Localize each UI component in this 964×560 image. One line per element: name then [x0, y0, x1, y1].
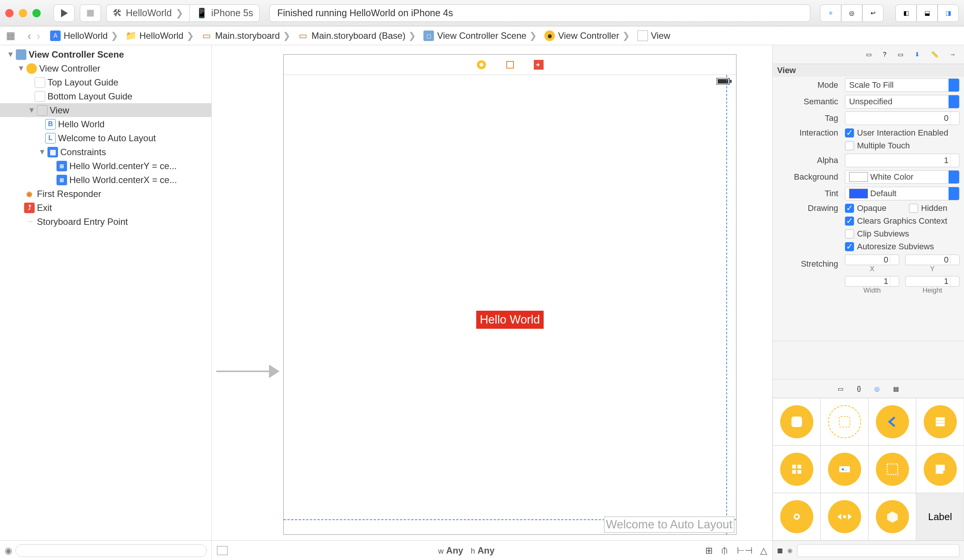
- panel-toggle-segmented[interactable]: ◧ ⬓ ◨: [896, 5, 959, 22]
- alpha-input[interactable]: 1: [845, 154, 959, 167]
- forward-button[interactable]: ›: [37, 29, 40, 42]
- grid-list-toggle[interactable]: ▦: [777, 547, 783, 554]
- mode-select[interactable]: Scale To Fill: [845, 78, 959, 92]
- autoresize-checkbox[interactable]: ✓: [845, 242, 854, 251]
- object-library-tab-icon[interactable]: ◎: [874, 385, 879, 392]
- hidden-checkbox[interactable]: [909, 204, 918, 213]
- tree-exit[interactable]: ⤴Exit: [0, 201, 211, 215]
- attributes-inspector-icon[interactable]: ⬇︎: [915, 51, 920, 58]
- tree-constraints[interactable]: ▼▦Constraints: [0, 145, 211, 159]
- welcome-label[interactable]: Welcome to Auto Layout: [605, 517, 734, 532]
- crumb-storyboard-base[interactable]: ▭Main.storyboard (Base)❯: [294, 26, 420, 45]
- object-label[interactable]: Label: [916, 493, 964, 540]
- tree-scene[interactable]: ▼ View Controller Scene: [0, 47, 211, 61]
- object-collectionview[interactable]: [773, 446, 821, 493]
- user-interaction-checkbox[interactable]: ✓: [845, 129, 854, 137]
- multiple-touch-checkbox[interactable]: [845, 141, 854, 150]
- toggle-navigator-button[interactable]: ◧: [896, 5, 917, 22]
- size-inspector-icon[interactable]: 📏: [931, 51, 938, 58]
- outline-tree[interactable]: ▼ View Controller Scene ▼ View Controlle…: [0, 45, 211, 540]
- stepper-icon[interactable]: [890, 255, 899, 265]
- object-activity-indicator[interactable]: [773, 493, 821, 540]
- disclosure-triangle-icon[interactable]: ▼: [38, 148, 45, 156]
- crumb-project[interactable]: AHelloWorld❯: [46, 26, 122, 45]
- semantic-select[interactable]: Unspecified: [845, 95, 959, 109]
- resolve-issues-button[interactable]: △: [760, 545, 767, 556]
- object-imageview[interactable]: [868, 446, 916, 493]
- crumb-scene[interactable]: ▢View Controller Scene❯: [420, 26, 541, 45]
- toggle-debug-button[interactable]: ⬓: [917, 5, 938, 22]
- inspector-tabs[interactable]: ▭ ? ▭ ⬇︎ 📏 →: [773, 45, 964, 64]
- scheme-selector[interactable]: 🛠HelloWorld❯ 📱iPhone 5s: [106, 5, 259, 22]
- file-inspector-icon[interactable]: ▭: [866, 51, 872, 58]
- toggle-outline-button[interactable]: [217, 546, 228, 555]
- object-view[interactable]: [773, 398, 821, 446]
- quick-help-icon[interactable]: ?: [883, 51, 886, 58]
- identity-inspector-icon[interactable]: ▭: [898, 51, 903, 58]
- stretch-w-input[interactable]: 1: [845, 276, 899, 287]
- minimize-window-button[interactable]: [19, 9, 27, 17]
- tree-label-welcome[interactable]: LWelcome to Auto Layout: [0, 131, 211, 145]
- size-class-control[interactable]: w Any h Any: [235, 545, 698, 556]
- object-toolbar[interactable]: ★..: [821, 446, 868, 493]
- toggle-utilities-button[interactable]: ◨: [938, 5, 959, 22]
- disclosure-triangle-icon[interactable]: ▼: [7, 50, 13, 59]
- stepper-icon[interactable]: [950, 112, 959, 125]
- cgc-checkbox[interactable]: ✓: [845, 217, 854, 226]
- tree-label-hw[interactable]: BHello World: [0, 117, 211, 131]
- scene-title-bar[interactable]: [284, 55, 736, 75]
- stepper-icon[interactable]: [950, 277, 959, 286]
- object-cube[interactable]: [868, 493, 916, 540]
- tint-select[interactable]: Default: [845, 187, 959, 200]
- connections-inspector-icon[interactable]: →: [950, 51, 956, 58]
- library-tabs[interactable]: ▭ {} ◎ ▤: [773, 379, 964, 398]
- pin-button[interactable]: ⊢⊣: [737, 545, 753, 556]
- object-library[interactable]: ★.. Label: [773, 398, 964, 540]
- stepper-icon[interactable]: [890, 277, 899, 286]
- stop-button[interactable]: [80, 5, 101, 22]
- back-button[interactable]: ‹: [28, 29, 31, 42]
- code-snippet-tab-icon[interactable]: {}: [857, 385, 861, 392]
- stack-button[interactable]: ⊞: [705, 545, 713, 556]
- version-editor-button[interactable]: ↩︎: [862, 5, 883, 22]
- tree-constraint-1[interactable]: ⊞Hello World.centerY = ce...: [0, 159, 211, 173]
- crumb-group[interactable]: 📁HelloWorld❯: [122, 26, 198, 45]
- background-select[interactable]: White Color: [845, 170, 959, 184]
- tree-bottom-guide[interactable]: Bottom Layout Guide: [0, 89, 211, 103]
- crumb-vc[interactable]: ●View Controller❯: [541, 26, 633, 45]
- scene-device-frame[interactable]: Hello World Welcome to Auto Layout: [283, 54, 736, 535]
- tree-view[interactable]: ▼ View: [0, 103, 211, 117]
- object-navigation-item[interactable]: [868, 398, 916, 446]
- filter-icon[interactable]: ◉: [5, 545, 15, 556]
- assistant-editor-button[interactable]: ◎: [841, 5, 862, 22]
- object-container-view[interactable]: [821, 398, 868, 446]
- clip-checkbox[interactable]: [845, 230, 854, 238]
- tree-top-guide[interactable]: Top Layout Guide: [0, 75, 211, 89]
- object-tableview[interactable]: [916, 398, 964, 446]
- file-template-tab-icon[interactable]: ▭: [838, 385, 843, 392]
- media-library-tab-icon[interactable]: ▤: [893, 385, 899, 392]
- outline-filter-input[interactable]: [15, 544, 207, 557]
- tree-vc[interactable]: ▼ View Controller: [0, 61, 211, 75]
- object-page-control[interactable]: [821, 493, 868, 540]
- zoom-window-button[interactable]: [33, 9, 41, 17]
- align-button[interactable]: ⫛: [720, 545, 729, 556]
- standard-editor-button[interactable]: ≡: [820, 5, 841, 22]
- related-items-icon[interactable]: ▦: [6, 30, 15, 41]
- object-scrollview[interactable]: [916, 446, 964, 493]
- disclosure-triangle-icon[interactable]: ▼: [28, 106, 35, 114]
- ib-canvas[interactable]: Hello World Welcome to Auto Layout: [212, 45, 772, 540]
- filter-icon[interactable]: ◉: [787, 547, 793, 554]
- disclosure-triangle-icon[interactable]: ▼: [17, 64, 24, 73]
- library-filter-input[interactable]: [797, 544, 959, 557]
- tree-first-responder[interactable]: ◉First Responder: [0, 187, 211, 201]
- tree-entry-point[interactable]: →Storyboard Entry Point: [0, 215, 211, 229]
- stretch-y-input[interactable]: 0: [905, 255, 959, 265]
- editor-mode-segmented[interactable]: ≡ ◎ ↩︎: [820, 5, 883, 22]
- run-button[interactable]: [54, 5, 75, 22]
- stepper-icon[interactable]: [950, 154, 959, 167]
- crumb-storyboard[interactable]: ▭Main.storyboard❯: [198, 26, 294, 45]
- hello-world-label[interactable]: Hello World: [476, 311, 544, 329]
- opaque-checkbox[interactable]: ✓: [845, 204, 854, 213]
- tag-input[interactable]: 0: [845, 111, 959, 125]
